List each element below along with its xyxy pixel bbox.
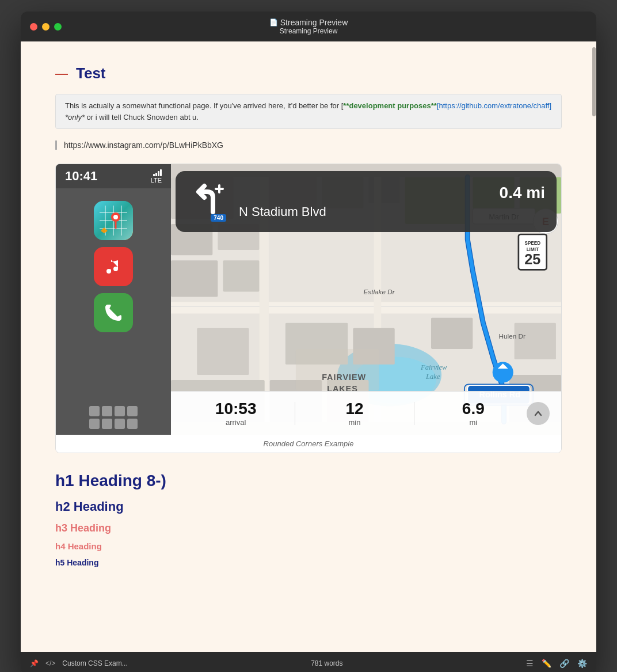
- phone-svg: [103, 302, 124, 323]
- signal-bars: [153, 169, 162, 176]
- bar3: [158, 171, 159, 176]
- svg-rect-32: [431, 318, 473, 349]
- close-button[interactable]: [30, 23, 37, 31]
- maximize-button[interactable]: [54, 23, 62, 31]
- eta-miles: 6.9 mi: [420, 400, 527, 427]
- eta-minutes: 12 min: [301, 400, 407, 427]
- svg-rect-33: [515, 323, 556, 359]
- music-app-icon[interactable]: [94, 247, 133, 286]
- nav-overlay: 740 0.4 mi N Stadium Blvd: [176, 171, 557, 232]
- url-text[interactable]: https://www.instagram.com/p/BLwHiPkBbXG: [64, 141, 223, 150]
- traffic-lights: [30, 23, 62, 31]
- eta-arrival: 10:53 arrival: [182, 400, 289, 427]
- edit-icon[interactable]: ✏️: [542, 659, 551, 668]
- carplay-sidebar: 10:41 LTE: [56, 164, 171, 435]
- nav-street: N Stadium Blvd: [239, 204, 545, 219]
- expand-button[interactable]: [527, 402, 550, 425]
- svg-text:FAIRVIEW: FAIRVIEW: [322, 373, 366, 382]
- content-area: — Test This is actually a somewhat funct…: [21, 41, 596, 652]
- bottom-bar: 📌 </> Custom CSS Exam... 781 words ☰ ✏️ …: [21, 652, 596, 672]
- svg-text:25: 25: [524, 251, 540, 267]
- chevron-up-icon: [534, 409, 543, 418]
- nav-distance: 0.4 mi: [239, 184, 545, 202]
- info-text-3: or i will tell Chuck Snowden abt u.: [85, 113, 199, 122]
- caption-text: Rounded Corners Example: [264, 439, 354, 448]
- title-icon: 📄 Streaming Preview: [269, 18, 348, 27]
- info-box: This is actually a somewhat functional p…: [55, 94, 562, 129]
- bottom-right-icons: ☰ ✏️ 🔗 ⚙️: [526, 659, 587, 668]
- bottom-left: 📌 </> Custom CSS Exam...: [30, 659, 128, 667]
- bar4: [160, 169, 162, 176]
- svg-text:Hulen Dr: Hulen Dr: [499, 332, 525, 340]
- svg-rect-24: [171, 306, 561, 307]
- app-window: 📄 Streaming Preview Streaming Preview — …: [21, 12, 596, 672]
- arrival-time: 10:53: [215, 400, 257, 418]
- titlebar: 📄 Streaming Preview Streaming Preview: [21, 12, 596, 41]
- map-area: Martin Dr E SPEED LIMIT 25 Estlake D: [171, 164, 561, 435]
- nav-right: 0.4 mi N Stadium Blvd: [239, 184, 545, 219]
- dock-dot-7[interactable]: [115, 419, 125, 429]
- scrollbar-thumb[interactable]: [592, 47, 596, 116]
- h3-heading: h3 Heading: [55, 522, 562, 534]
- carplay-ui: 10:41 LTE: [56, 164, 561, 435]
- settings-icon[interactable]: ⚙️: [577, 659, 587, 668]
- info-bold-green: **development purposes**: [343, 101, 437, 110]
- info-text-1: This is actually a somewhat functional p…: [65, 101, 343, 110]
- h2-heading: h2 Heading: [55, 499, 562, 514]
- dock-dot-2[interactable]: [102, 406, 112, 416]
- signal-info: LTE: [151, 169, 162, 184]
- dock-dot-5[interactable]: [89, 419, 100, 429]
- dock-icons: [82, 400, 144, 435]
- carrier-text: LTE: [151, 177, 162, 184]
- dock-dot-4[interactable]: [127, 406, 138, 416]
- svg-rect-31: [197, 328, 249, 375]
- svg-text:SPEED: SPEED: [525, 241, 541, 246]
- link-icon[interactable]: 🔗: [559, 659, 569, 668]
- scrollbar[interactable]: [592, 41, 596, 652]
- miles-label: mi: [469, 418, 477, 427]
- minutes-value: 12: [345, 400, 363, 418]
- svg-rect-16: [223, 260, 259, 291]
- window-subtitle: Streaming Preview: [280, 27, 338, 35]
- h1-heading: h1 Heading 8-): [55, 472, 562, 490]
- page-header: — Test: [55, 64, 562, 82]
- status-bar: 10:41 LTE: [56, 164, 171, 188]
- svg-rect-15: [171, 260, 218, 297]
- dock-dot-1[interactable]: [89, 406, 100, 416]
- code-icon: </>: [45, 659, 55, 667]
- arrival-label: arrival: [226, 418, 246, 427]
- nav-arrow-container: 740: [187, 180, 227, 223]
- url-block: https://www.instagram.com/p/BLwHiPkBbXG: [55, 141, 562, 150]
- bar2: [155, 173, 157, 176]
- window-title: Streaming Preview: [280, 18, 348, 27]
- title-area: 📄 Streaming Preview Streaming Preview: [269, 18, 348, 35]
- info-italic: *only*: [65, 113, 85, 122]
- music-svg: [102, 255, 125, 278]
- page-title: Test: [76, 64, 106, 82]
- route-number: 740: [211, 214, 226, 222]
- svg-text:Lake: Lake: [425, 373, 440, 381]
- filename: Custom CSS Exam...: [62, 659, 127, 667]
- svg-rect-23: [171, 302, 561, 314]
- dash-separator: —: [55, 67, 68, 80]
- info-link[interactable]: [https://github.com/extratone/chaff]: [437, 101, 551, 110]
- minimize-button[interactable]: [42, 23, 49, 31]
- minutes-label: min: [349, 418, 361, 427]
- map-caption: Rounded Corners Example: [56, 435, 561, 453]
- phone-app-icon[interactable]: [94, 293, 133, 332]
- list-icon[interactable]: ☰: [526, 659, 534, 668]
- svg-text:Fairview: Fairview: [420, 363, 447, 371]
- dock-dot-6[interactable]: [102, 419, 112, 429]
- dock-dot-8[interactable]: [127, 419, 138, 429]
- eta-separator-2: [414, 402, 414, 425]
- file-icon: 📄: [269, 18, 278, 26]
- maps-app-icon[interactable]: [94, 201, 133, 240]
- map-container: 10:41 LTE: [55, 164, 562, 453]
- svg-text:Estlake Dr: Estlake Dr: [363, 288, 395, 295]
- pin-icon: 📌: [30, 659, 39, 667]
- dock-dot-3[interactable]: [115, 406, 125, 416]
- eta-bar: 10:53 arrival 12 min 6.9 mi: [171, 391, 561, 435]
- carplay-time: 10:41: [65, 169, 97, 184]
- app-icons: [94, 188, 133, 400]
- miles-value: 6.9: [462, 400, 485, 418]
